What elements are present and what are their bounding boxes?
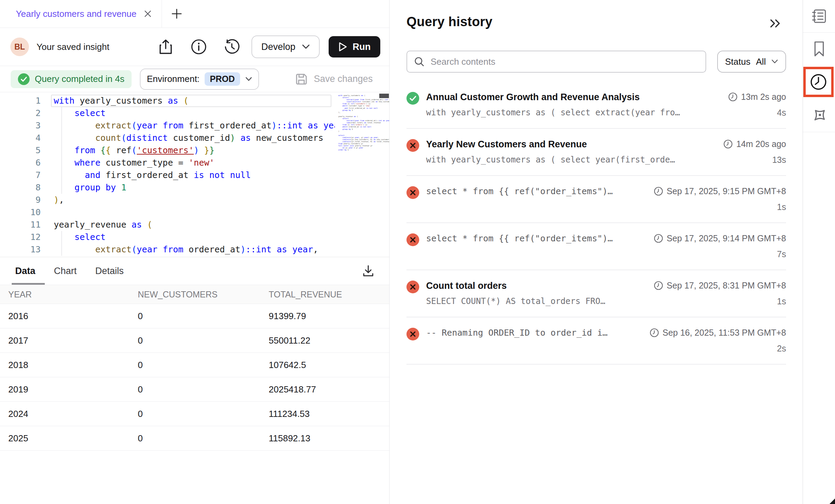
app-window: Yearly customers and revenue BL Your sav… (0, 0, 835, 504)
bookmark-icon (812, 41, 826, 57)
table-row: 20250115892.13 (0, 426, 389, 451)
code-line: 9), (0, 194, 389, 206)
strip-divider (803, 132, 835, 132)
environment-selector[interactable]: Environment: PROD (140, 69, 259, 90)
develop-button[interactable]: Develop (251, 35, 319, 58)
history-item[interactable]: Yearly New Customers and Revenuewith yea… (406, 129, 786, 176)
query-status-text: Query completed in 4s (35, 74, 124, 84)
history-item[interactable]: Annual Customer Growth and Revenue Analy… (406, 82, 786, 129)
clock-icon (654, 187, 663, 196)
insight-toolbar: BL Your saved insight Develop Run (0, 28, 389, 66)
results-table-header: YEARNEW_CUSTOMERSTOTAL_REVENUE (0, 285, 389, 304)
history-item[interactable]: -- Renaming ORDER_ID to order_id i…Sep 1… (406, 317, 786, 365)
history-item-title: Count total orders (426, 280, 647, 292)
clock-icon (723, 139, 733, 149)
table-cell: 115892.13 (269, 433, 381, 444)
history-item-title: Yearly New Customers and Revenue (426, 138, 717, 150)
clock-icon (654, 234, 663, 243)
success-status-icon (406, 92, 419, 118)
code-line: 3 extract(year from first_ordered_at)::i… (0, 119, 389, 132)
history-item-time: Sep 17, 2025, 9:15 PM GMT+8 (654, 186, 786, 197)
run-button[interactable]: Run (329, 36, 380, 57)
table-cell: 2018 (8, 360, 138, 370)
line-number: 5 (0, 144, 41, 157)
results-table-body: 2016091399.7920170550011.2220180107642.5… (0, 304, 389, 451)
code-line: 11yearly_revenue as ( (0, 219, 389, 231)
line-number: 3 (0, 119, 41, 132)
query-history-title: Query history (406, 14, 493, 29)
table-row: 20180107642.5 (0, 353, 389, 377)
error-status-icon (406, 139, 419, 165)
bookmarks-sidebar-button[interactable] (803, 33, 835, 65)
error-status-icon (406, 186, 419, 212)
save-changes-button[interactable]: Save changes (295, 73, 373, 86)
editor-scrollbar[interactable] (379, 94, 389, 98)
code-line: 5 from {{ ref('customers') }} (0, 144, 389, 157)
close-tab-icon[interactable] (143, 9, 152, 18)
tab-title: Yearly customers and revenue (16, 9, 136, 19)
editor-panel: Yearly customers and revenue BL Your sav… (0, 0, 390, 504)
table-cell: 2017 (8, 335, 138, 346)
status-filter-dropdown[interactable]: Status All (717, 51, 786, 73)
history-search-box[interactable] (406, 51, 706, 73)
table-row: 20240111234.53 (0, 402, 389, 426)
version-history-icon[interactable] (224, 39, 240, 55)
table-cell: 0 (138, 384, 269, 395)
chevron-down-icon (245, 77, 252, 82)
error-status-icon (406, 281, 419, 306)
history-item[interactable]: Count total ordersSELECT COUNT(*) AS tot… (406, 270, 786, 317)
code-line: 7 and first_ordered_at is not null (0, 169, 389, 181)
query-history-sidebar-button-selected[interactable] (803, 67, 834, 97)
table-cell: 91399.79 (269, 311, 381, 322)
dbt-models-sidebar-button[interactable] (803, 99, 835, 132)
column-header: YEAR (8, 290, 138, 300)
clock-icon (654, 281, 663, 290)
notebook-sidebar-button[interactable] (803, 0, 835, 33)
tab-yearly-customers-and-revenue[interactable]: Yearly customers and revenue (0, 0, 162, 28)
table-cell: 2024 (8, 409, 138, 419)
query-history-list: Annual Customer Growth and Revenue Analy… (406, 82, 786, 365)
editor-minimap[interactable]: with yearly_customers as ( select extrac… (335, 92, 389, 257)
table-cell: 550011.22 (269, 335, 381, 346)
collapse-panel-icon[interactable] (769, 19, 782, 28)
history-item-title: Annual Customer Growth and Revenue Analy… (426, 91, 721, 103)
line-number: 2 (0, 107, 41, 119)
code-line: 10 (0, 206, 389, 219)
environment-label: Environment: (147, 74, 199, 84)
line-number: 10 (0, 206, 41, 219)
history-item-time: Sep 17, 2025, 8:31 PM GMT+8 (654, 280, 786, 291)
download-icon[interactable] (362, 265, 374, 277)
column-header: NEW_CUSTOMERS (138, 290, 269, 300)
results-table: YEARNEW_CUSTOMERSTOTAL_REVENUE 201609139… (0, 285, 389, 451)
table-cell: 0 (138, 311, 269, 322)
sql-code-editor[interactable]: 1with yearly_customers as (2 select3 ext… (0, 92, 389, 257)
history-item-time: 14m 20s ago (723, 138, 786, 149)
history-item-sql-preview: with yearly_customers as ( select year(f… (426, 155, 717, 165)
results-tab-data[interactable]: Data (15, 266, 35, 276)
history-search-input[interactable] (430, 56, 699, 67)
status-filter-label: Status (725, 56, 751, 67)
line-number: 1 (0, 95, 41, 107)
history-item-time: Sep 16, 2025, 11:53 PM GMT+8 (650, 327, 786, 338)
line-number: 9 (0, 194, 41, 206)
line-number: 7 (0, 169, 41, 181)
share-icon[interactable] (158, 39, 174, 55)
table-row: 20170550011.22 (0, 328, 389, 353)
results-tab-bar: DataChartDetails (0, 257, 389, 285)
history-item-duration: 2s (777, 343, 786, 354)
history-item-title: select * from {{ ref("order_items")… (426, 186, 647, 197)
history-item-duration: 1s (777, 296, 786, 306)
table-cell: 2016 (8, 311, 138, 322)
results-tab-chart[interactable]: Chart (54, 266, 77, 276)
results-tab-details[interactable]: Details (95, 266, 124, 276)
line-number: 4 (0, 132, 41, 144)
history-item[interactable]: select * from {{ ref("order_items")…Sep … (406, 223, 786, 270)
avatar[interactable]: BL (10, 38, 29, 56)
column-header: TOTAL_REVENUE (269, 290, 381, 300)
history-item-duration: 1s (777, 202, 786, 212)
new-tab-button[interactable] (171, 8, 183, 20)
info-icon[interactable] (191, 39, 207, 55)
history-item[interactable]: select * from {{ ref("order_items")…Sep … (406, 176, 786, 223)
history-clock-icon (810, 73, 827, 91)
history-item-time: Sep 17, 2025, 9:14 PM GMT+8 (654, 233, 786, 244)
